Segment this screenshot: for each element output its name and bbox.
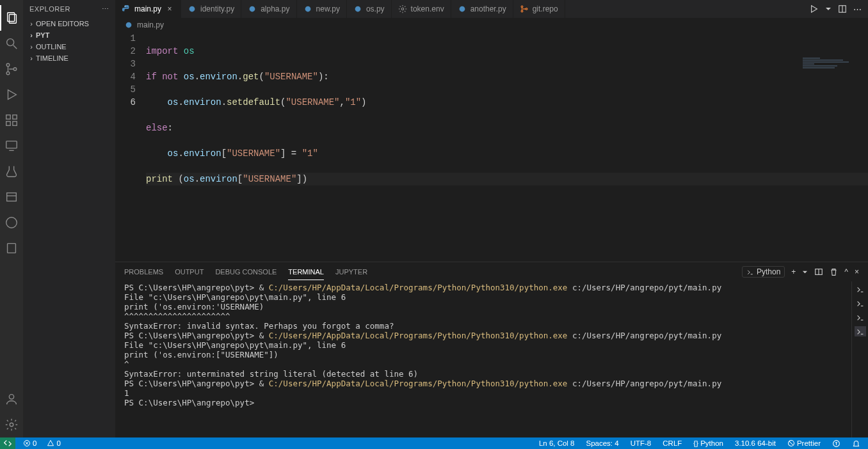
tab-os-py[interactable]: os.py (347, 0, 392, 18)
sidebar-icon-2[interactable] (0, 235, 23, 261)
terminal-instance-icon[interactable] (855, 312, 866, 322)
svg-point-28 (521, 10, 523, 12)
split-terminal-icon[interactable] (814, 267, 823, 276)
status-language-mode[interactable]: {} Python (691, 439, 726, 447)
terminal-list (851, 281, 868, 437)
svg-marker-7 (8, 90, 17, 100)
panel-tab-debug-console[interactable]: DEBUG CONSOLE (215, 264, 277, 280)
svg-point-6 (13, 68, 17, 71)
panel-tab-problems[interactable]: PROBLEMS (124, 264, 163, 280)
tab-main-py[interactable]: main.py × (115, 0, 181, 18)
status-warnings[interactable]: 0 (44, 439, 63, 447)
status-eol[interactable]: CRLF (660, 439, 684, 447)
status-encoding[interactable]: UTF-8 (628, 439, 654, 447)
close-icon[interactable]: × (165, 4, 174, 13)
svg-point-26 (459, 6, 465, 12)
breadcrumb[interactable]: main.py (115, 18, 868, 32)
new-terminal-icon[interactable]: + (791, 267, 796, 276)
status-prettier[interactable]: Prettier (785, 439, 823, 447)
kill-terminal-icon[interactable] (830, 268, 838, 276)
svg-point-33 (126, 22, 132, 28)
python-file-icon (124, 20, 133, 29)
status-bar: 0 0 Ln 6, Col 8 Spaces: 4 UTF-8 CRLF {} … (0, 437, 868, 449)
settings-gear-icon[interactable] (0, 412, 23, 437)
svg-point-5 (6, 72, 10, 75)
section-timeline[interactable]: ›TIMELINE (23, 52, 115, 64)
svg-rect-9 (6, 122, 10, 125)
svg-rect-8 (6, 115, 10, 119)
activity-bar (0, 0, 23, 437)
github-icon[interactable] (0, 210, 23, 235)
panel-tab-output[interactable]: OUTPUT (175, 264, 204, 280)
svg-point-25 (401, 8, 404, 10)
svg-point-22 (250, 6, 255, 12)
explorer-more-icon[interactable]: ⋯ (102, 5, 109, 13)
python-file-icon (248, 4, 257, 13)
more-actions-icon[interactable]: ⋯ (853, 4, 862, 14)
section-outline[interactable]: ›OUTLINE (23, 41, 115, 52)
svg-rect-14 (7, 193, 17, 201)
svg-point-27 (521, 6, 523, 8)
svg-rect-10 (13, 122, 17, 125)
search-icon[interactable] (0, 31, 23, 56)
source-control-icon[interactable] (0, 56, 23, 82)
terminal-output[interactable]: PS C:\Users\HP\angrepo\pyt> & C:/Users/H… (115, 281, 868, 437)
status-errors[interactable]: 0 (20, 439, 39, 447)
svg-point-21 (189, 6, 195, 12)
panel-tab-terminal[interactable]: TERMINAL (288, 264, 324, 280)
panel-tab-jupyter[interactable]: JUPYTER (335, 264, 367, 280)
python-file-icon (303, 4, 312, 13)
section-pyt[interactable]: ›PYT (23, 29, 115, 41)
svg-rect-11 (13, 115, 17, 119)
run-debug-icon[interactable] (0, 82, 23, 107)
svg-line-45 (789, 441, 793, 445)
remote-explorer-icon[interactable] (0, 133, 23, 159)
code-content[interactable]: import os if not os.environ.get("USERNAM… (146, 32, 868, 262)
svg-marker-30 (812, 6, 817, 13)
tab-git-repo[interactable]: git.repo (513, 0, 565, 18)
svg-point-24 (355, 6, 361, 12)
python-file-icon (353, 4, 362, 13)
tab-new-py[interactable]: new.py (297, 0, 347, 18)
status-python-version[interactable]: 3.10.6 64-bit (732, 439, 778, 447)
status-feedback-icon[interactable] (830, 439, 843, 448)
explorer-title: EXPLORER (29, 5, 70, 13)
explorer-icon[interactable] (0, 5, 23, 31)
minimap[interactable] (803, 32, 860, 47)
svg-point-4 (6, 63, 10, 67)
bottom-panel: PROBLEMS OUTPUT DEBUG CONSOLE TERMINAL J… (115, 262, 868, 437)
python-file-icon (188, 4, 197, 13)
svg-point-20 (125, 6, 125, 6)
svg-point-29 (526, 8, 527, 10)
terminal-instance-icon[interactable] (855, 284, 866, 294)
terminal-shell-selector[interactable]: Python (742, 266, 785, 278)
terminal-instance-icon[interactable] (855, 326, 866, 336)
code-editor[interactable]: 123456 import os if not os.environ.get("… (115, 32, 868, 262)
run-file-icon[interactable] (810, 4, 819, 13)
status-indentation[interactable]: Spaces: 4 (584, 439, 622, 447)
gear-icon (398, 4, 407, 13)
svg-point-16 (6, 217, 17, 228)
tab-alpha-py[interactable]: alpha.py (241, 0, 296, 18)
remote-indicator-icon[interactable] (0, 437, 15, 449)
maximize-panel-icon[interactable]: ^ (844, 267, 848, 276)
run-dropdown-icon[interactable] (825, 6, 832, 12)
terminal-instance-icon[interactable] (855, 298, 866, 308)
tab-identity-py[interactable]: identity.py (181, 0, 241, 18)
terminal-dropdown-icon[interactable] (802, 269, 808, 275)
testing-icon[interactable] (0, 159, 23, 184)
status-notifications-icon[interactable] (849, 439, 863, 448)
tab-another-py[interactable]: another.py (451, 0, 513, 18)
main-area: main.py × identity.py alpha.py new.py os… (115, 0, 868, 437)
svg-point-2 (7, 39, 14, 46)
split-editor-icon[interactable] (838, 4, 847, 13)
status-cursor-position[interactable]: Ln 6, Col 8 (536, 439, 577, 447)
tab-token-env[interactable]: token.env (392, 0, 451, 18)
close-panel-icon[interactable]: × (855, 267, 859, 276)
line-numbers: 123456 (115, 32, 146, 262)
extensions-icon[interactable] (0, 107, 23, 133)
svg-point-19 (10, 423, 13, 427)
section-open-editors[interactable]: ›OPEN EDITORS (23, 18, 115, 29)
accounts-icon[interactable] (0, 386, 23, 412)
sidebar-icon-1[interactable] (0, 184, 23, 210)
